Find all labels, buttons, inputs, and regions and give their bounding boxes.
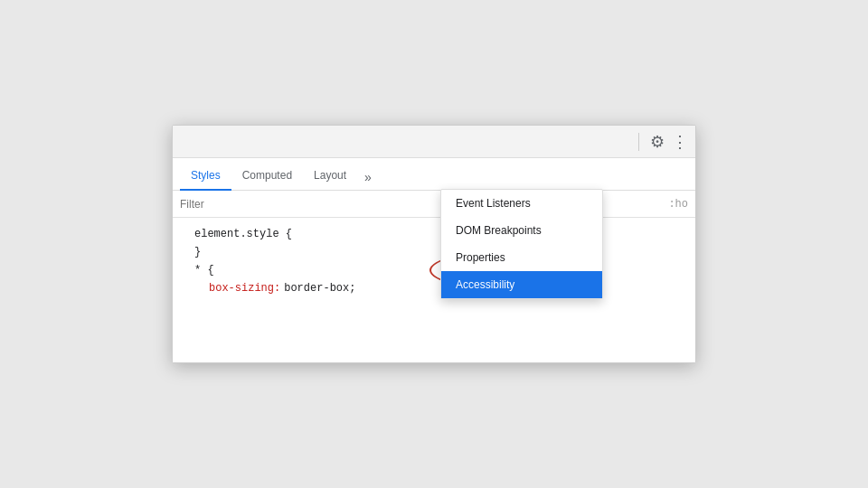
devtools-panel: ⚙ ⋮ Styles Computed Layout » Event Liste… — [172, 125, 696, 363]
filter-row: :ho — [173, 191, 695, 218]
tab-layout[interactable]: Layout — [303, 162, 357, 191]
tabs-row: Styles Computed Layout » Event Listeners… — [173, 158, 695, 191]
code-line-element-style: element.style { — [173, 225, 695, 243]
more-icon[interactable]: ⋮ — [672, 132, 688, 152]
dropdown-item-accessibility[interactable]: Accessibility — [441, 271, 602, 298]
dropdown-item-properties[interactable]: Properties — [441, 244, 602, 271]
code-line-box-sizing: box-sizing: border-box; — [173, 279, 695, 297]
star-selector: * { — [194, 262, 214, 278]
value-border-box: border-box; — [284, 280, 355, 296]
tab-computed[interactable]: Computed — [231, 162, 303, 191]
gear-icon[interactable]: ⚙ — [650, 132, 665, 152]
topbar-divider — [638, 133, 639, 151]
dropdown-item-dom-breakpoints[interactable]: DOM Breakpoints — [441, 217, 602, 244]
tab-more[interactable]: » — [357, 164, 379, 190]
tab-styles[interactable]: Styles — [180, 162, 231, 191]
dropdown-menu: Event Listeners DOM Breakpoints Properti… — [440, 189, 603, 299]
element-style-selector: element.style { — [194, 226, 292, 242]
devtools-topbar: ⚙ ⋮ — [173, 126, 695, 158]
close-brace-1: } — [194, 244, 201, 260]
code-area: element.style { } * { box-sizing: border… — [173, 218, 695, 362]
dropdown-item-event-listeners[interactable]: Event Listeners — [441, 190, 602, 217]
property-box-sizing: box-sizing: — [209, 280, 280, 296]
code-line-star-selector: * { — [173, 261, 695, 279]
filter-hint: :ho — [668, 198, 688, 211]
code-line-close1: } — [173, 243, 695, 261]
